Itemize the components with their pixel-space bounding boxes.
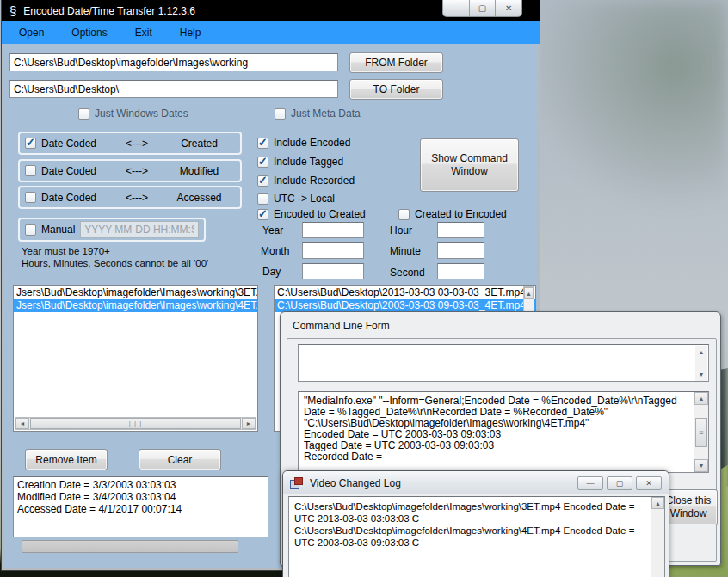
minimize-button[interactable]: — bbox=[443, 0, 470, 16]
encoded-to-created-label: Encoded to Created bbox=[274, 208, 366, 220]
accessed-label: Accessed bbox=[163, 192, 235, 204]
to-folder-input[interactable] bbox=[9, 80, 338, 98]
day-label: Day bbox=[262, 266, 281, 278]
minimize-icon: — bbox=[452, 3, 460, 13]
date-coded-modified-checkbox[interactable] bbox=[25, 165, 36, 176]
to-folder-button[interactable]: TO Folder bbox=[349, 79, 443, 100]
main-caption-buttons: — ▢ ✕ bbox=[442, 0, 522, 17]
include-tagged-label: Include Tagged bbox=[274, 156, 343, 168]
command-output-vscrollbar[interactable]: ▲ ≡ ▼ bbox=[694, 392, 708, 472]
manual-datetime-input[interactable] bbox=[80, 221, 199, 238]
just-windows-dates-checkbox[interactable] bbox=[78, 108, 89, 120]
list-item-selected[interactable]: Jsers\Bud\Desktop\imagefolder\Images\wor… bbox=[14, 299, 257, 312]
grip-icon: | | | bbox=[129, 420, 143, 427]
manual-label: Manual bbox=[41, 224, 75, 236]
hour-input[interactable] bbox=[437, 222, 484, 238]
source-file-list[interactable]: Jsers\Bud\Desktop\imagefolder\Images\wor… bbox=[13, 285, 258, 432]
just-windows-dates-row: Just Windows Dates bbox=[78, 107, 188, 120]
progress-bar bbox=[22, 540, 238, 553]
date-coded-label: Date Coded bbox=[41, 192, 110, 204]
menu-open[interactable]: Open bbox=[9, 23, 54, 42]
year-input[interactable] bbox=[302, 222, 364, 238]
maximize-icon: ▢ bbox=[478, 3, 486, 13]
desktop-wallpaper-trees bbox=[516, 0, 728, 224]
file-dates-info: Creation Date = 3/3/2003 03:03:03 Modifi… bbox=[13, 476, 268, 537]
clear-button[interactable]: Clear bbox=[139, 449, 221, 470]
include-recorded-checkbox[interactable] bbox=[257, 175, 268, 187]
scroll-right-icon: ► bbox=[246, 420, 252, 427]
minimize-icon: — bbox=[587, 479, 595, 488]
day-input[interactable] bbox=[302, 263, 364, 279]
utc-local-checkbox[interactable] bbox=[257, 193, 268, 205]
vscroll-thumb[interactable]: ≡ bbox=[695, 418, 707, 447]
encoded-to-created-checkbox[interactable] bbox=[257, 209, 268, 220]
remove-item-button[interactable]: Remove Item bbox=[25, 449, 108, 470]
include-encoded-checkbox[interactable] bbox=[257, 138, 268, 149]
hscroll-thumb[interactable]: | | | bbox=[30, 418, 241, 429]
scroll-down-button[interactable]: ▼ bbox=[695, 368, 707, 381]
show-command-window-button[interactable]: Show Command Window bbox=[420, 138, 519, 192]
second-label: Second bbox=[390, 267, 425, 279]
scroll-up-icon: ▲ bbox=[655, 500, 661, 506]
date-coded-created-row: Date Coded <---> Created bbox=[18, 132, 242, 155]
scroll-down-icon: ▼ bbox=[699, 371, 705, 378]
from-folder-button[interactable]: FROM Folder bbox=[349, 52, 443, 73]
menu-exit[interactable]: Exit bbox=[125, 23, 163, 42]
log-content-area[interactable]: C:\Users\Bud\Desktop\imagefolder\Images\… bbox=[288, 496, 665, 577]
app-icon: § bbox=[9, 4, 16, 17]
second-input[interactable] bbox=[437, 263, 484, 279]
scroll-up-button[interactable]: ▲ bbox=[524, 287, 534, 299]
just-meta-data-label: Just Meta Data bbox=[291, 107, 361, 120]
main-menubar: Open Options Exit Help bbox=[2, 21, 540, 44]
command-input-text bbox=[299, 345, 708, 350]
list-item[interactable]: C:\Users\Bud\Desktop\2013-03-03 03-03-03… bbox=[275, 286, 535, 299]
command-input-scrollbar[interactable]: ▲ ▼ bbox=[695, 346, 707, 381]
command-input-area[interactable]: ▲ ▼ bbox=[298, 344, 709, 382]
scroll-right-button[interactable]: ► bbox=[242, 418, 256, 429]
just-windows-dates-label: Just Windows Dates bbox=[95, 107, 188, 120]
log-titlebar[interactable]: Video Changed Log — ▢ ✕ bbox=[283, 471, 669, 494]
menu-options[interactable]: Options bbox=[61, 23, 117, 42]
date-coded-created-checkbox[interactable] bbox=[25, 138, 36, 149]
include-tagged-checkbox[interactable] bbox=[257, 157, 268, 168]
hour-label: Hour bbox=[390, 224, 412, 236]
scroll-left-button[interactable]: ◄ bbox=[15, 418, 29, 429]
include-encoded-row: Include Encoded bbox=[257, 137, 350, 149]
minimize-button[interactable]: — bbox=[577, 476, 603, 490]
manual-checkbox[interactable] bbox=[25, 224, 36, 236]
log-vscrollbar[interactable]: ▲ bbox=[651, 497, 664, 577]
transfer-arrow-icon: <---> bbox=[115, 165, 158, 177]
date-coded-label: Date Coded bbox=[41, 138, 110, 150]
created-to-encoded-checkbox[interactable] bbox=[398, 209, 410, 220]
list-item[interactable]: Jsers\Bud\Desktop\imagefolder\Images\wor… bbox=[14, 286, 257, 299]
scroll-left-icon: ◄ bbox=[20, 420, 26, 427]
scroll-down-button[interactable]: ▼ bbox=[694, 459, 708, 472]
desktop: § Encoded Date/Time Transfer 1.12.3.6 — … bbox=[0, 0, 728, 577]
month-input[interactable] bbox=[302, 242, 364, 259]
minute-input[interactable] bbox=[437, 242, 484, 259]
date-coded-accessed-checkbox[interactable] bbox=[25, 192, 36, 203]
source-list-hscrollbar[interactable]: ◄ | | | ► bbox=[15, 417, 256, 430]
log-window-title: Video Changed Log bbox=[310, 477, 574, 489]
maximize-button[interactable]: ▢ bbox=[470, 0, 497, 16]
maximize-button[interactable]: ▢ bbox=[607, 476, 632, 490]
command-output-area[interactable]: "MediaInfo.exe" "--Inform=General;Encode… bbox=[298, 391, 709, 473]
just-meta-data-checkbox[interactable] bbox=[275, 108, 286, 120]
from-folder-input[interactable] bbox=[9, 53, 338, 71]
scroll-up-button[interactable]: ▲ bbox=[694, 392, 708, 405]
just-meta-data-row: Just Meta Data bbox=[275, 107, 361, 120]
menu-help[interactable]: Help bbox=[170, 23, 212, 42]
close-button[interactable]: ✕ bbox=[496, 0, 521, 16]
scroll-up-button[interactable]: ▲ bbox=[651, 497, 664, 509]
created-to-encoded-row: Created to Encoded bbox=[398, 208, 507, 220]
created-label: Created bbox=[163, 138, 235, 150]
close-button[interactable]: ✕ bbox=[636, 476, 662, 490]
utc-local-label: UTC -> Local bbox=[274, 193, 335, 205]
close-icon: ✕ bbox=[505, 3, 512, 13]
scroll-up-button[interactable]: ▲ bbox=[695, 346, 707, 359]
transfer-arrow-icon: <---> bbox=[115, 192, 158, 204]
form-icon bbox=[290, 477, 302, 488]
transfer-arrow-icon: <---> bbox=[115, 138, 158, 150]
minute-label: Minute bbox=[390, 245, 421, 257]
list-item-selected[interactable]: C:\Users\Bud\Desktop\2003-03-03 09-03-03… bbox=[275, 299, 535, 312]
